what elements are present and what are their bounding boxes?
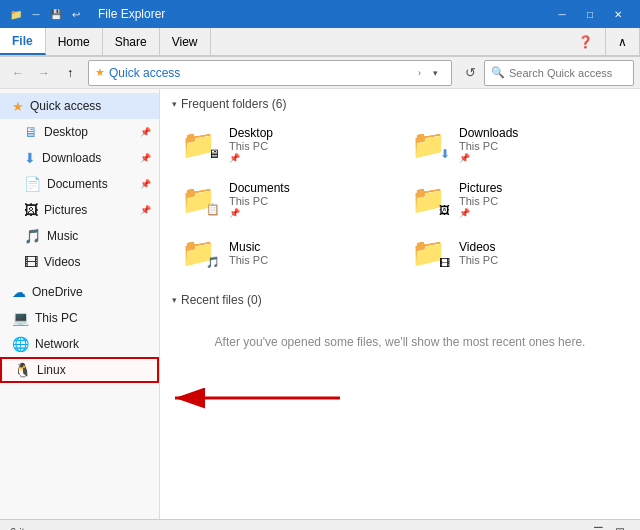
recent-chevron-icon: ▾ (172, 295, 177, 305)
sidebar-item-desktop[interactable]: 🖥 Desktop 📌 (0, 119, 159, 145)
desktop-folder-icon-large: 📁 🖥 (181, 128, 221, 162)
pictures-folder-sub: This PC (459, 195, 502, 207)
folder-downloads[interactable]: 📁 ⬇ Downloads This PC 📌 (402, 119, 628, 170)
sidebar-item-network[interactable]: 🌐 Network (0, 331, 159, 357)
sidebar-label-desktop: Desktop (44, 125, 138, 139)
items-count: 6 items (10, 526, 45, 531)
address-path: Quick access (109, 66, 414, 80)
pictures-folder-name: Pictures (459, 181, 502, 195)
status-bar: 6 items ☰ ⊞ (0, 519, 640, 530)
address-star-icon: ★ (95, 66, 105, 79)
recent-files-section: ▾ Recent files (0) After you've opened s… (172, 293, 628, 369)
pin-icon: ─ (28, 6, 44, 22)
sidebar-label-network: Network (35, 337, 151, 351)
sidebar-label-videos: Videos (44, 255, 151, 269)
ribbon-expand[interactable]: ∧ (606, 28, 640, 55)
sidebar-item-pictures[interactable]: 🖼 Pictures 📌 (0, 197, 159, 223)
maximize-button[interactable]: □ (576, 0, 604, 28)
documents-folder-info: Documents This PC 📌 (229, 181, 290, 218)
documents-folder-icon: 📄 (24, 176, 41, 192)
sidebar-item-documents[interactable]: 📄 Documents 📌 (0, 171, 159, 197)
recent-files-header: ▾ Recent files (0) (172, 293, 628, 307)
folder-desktop[interactable]: 📁 🖥 Desktop This PC 📌 (172, 119, 398, 170)
desktop-folder-sub: This PC (229, 140, 273, 152)
folder-documents[interactable]: 📁 📋 Documents This PC 📌 (172, 174, 398, 225)
linux-icon: 🐧 (14, 362, 31, 378)
folder-pictures[interactable]: 📁 🖼 Pictures This PC 📌 (402, 174, 628, 225)
forward-button[interactable]: → (32, 61, 56, 85)
search-input[interactable] (509, 67, 619, 79)
address-chevron-icon: › (418, 68, 421, 78)
music-folder-icon-large: 📁 🎵 (181, 236, 221, 270)
search-icon: 🔍 (491, 66, 505, 79)
documents-pin-icon: 📌 (140, 179, 151, 189)
recent-files-title: Recent files (0) (181, 293, 262, 307)
videos-folder-info: Videos This PC (459, 240, 498, 266)
tab-file[interactable]: File (0, 28, 46, 55)
back-button[interactable]: ← (6, 61, 30, 85)
sidebar-item-music[interactable]: 🎵 Music (0, 223, 159, 249)
sidebar-label-music: Music (47, 229, 151, 243)
network-icon: 🌐 (12, 336, 29, 352)
videos-folder-sub: This PC (459, 254, 498, 266)
documents-folder-sub: This PC (229, 195, 290, 207)
folder-videos[interactable]: 📁 🎞 Videos This PC (402, 229, 628, 277)
file-explorer-window: 📁 ─ 💾 ↩ File Explorer ─ □ ✕ File Home Sh… (0, 0, 640, 530)
sidebar-label-onedrive: OneDrive (32, 285, 151, 299)
downloads-folder-icon-large: 📁 ⬇ (411, 128, 451, 162)
folder-music[interactable]: 📁 🎵 Music This PC (172, 229, 398, 277)
sidebar-label-this-pc: This PC (35, 311, 151, 325)
save-icon: 💾 (48, 6, 64, 22)
downloads-folder-icon: ⬇ (24, 150, 36, 166)
downloads-pin-icon: 📌 (140, 153, 151, 163)
quick-access-icon: ★ (12, 99, 24, 114)
window-title: File Explorer (98, 7, 548, 21)
pictures-folder-info: Pictures This PC 📌 (459, 181, 502, 218)
close-button[interactable]: ✕ (604, 0, 632, 28)
music-overlay-icon: 🎵 (206, 256, 220, 269)
title-bar: 📁 ─ 💾 ↩ File Explorer ─ □ ✕ (0, 0, 640, 28)
main-area: ★ Quick access 🖥 Desktop 📌 ⬇ Downloads 📌… (0, 89, 640, 519)
videos-overlay-icon: 🎞 (439, 257, 450, 269)
tab-home[interactable]: Home (46, 28, 103, 55)
desktop-folder-pin: 📌 (229, 153, 273, 163)
address-dropdown-button[interactable]: ▾ (425, 61, 445, 85)
search-box: 🔍 (484, 60, 634, 86)
pictures-folder-icon-large: 📁 🖼 (411, 183, 451, 217)
refresh-button[interactable]: ↺ (458, 60, 482, 86)
toolbar: ← → ↑ ★ Quick access › ▾ ↺ 🔍 (0, 57, 640, 89)
sidebar-label-linux: Linux (37, 363, 149, 377)
tiles-view-button[interactable]: ⊞ (610, 522, 630, 531)
frequent-folders-header: ▾ Frequent folders (6) (172, 97, 628, 111)
sidebar-label-downloads: Downloads (42, 151, 138, 165)
ribbon-help[interactable]: ❓ (566, 28, 606, 55)
downloads-folder-info: Downloads This PC 📌 (459, 126, 518, 163)
address-bar[interactable]: ★ Quick access › ▾ (88, 60, 452, 86)
videos-folder-name: Videos (459, 240, 498, 254)
up-button[interactable]: ↑ (58, 61, 82, 85)
downloads-folder-name: Downloads (459, 126, 518, 140)
downloads-overlay-icon: ⬇ (440, 147, 450, 161)
desktop-overlay-icon: 🖥 (208, 147, 220, 161)
recent-files-empty-message: After you've opened some files, we'll sh… (172, 315, 628, 369)
sidebar-item-onedrive[interactable]: ☁ OneDrive (0, 279, 159, 305)
sidebar-item-linux[interactable]: 🐧 Linux (0, 357, 159, 383)
sidebar: ★ Quick access 🖥 Desktop 📌 ⬇ Downloads 📌… (0, 89, 160, 519)
documents-overlay-icon: 📋 (206, 203, 220, 216)
tab-view[interactable]: View (160, 28, 211, 55)
sidebar-item-videos[interactable]: 🎞 Videos (0, 249, 159, 275)
sidebar-item-this-pc[interactable]: 💻 This PC (0, 305, 159, 331)
folders-grid: 📁 🖥 Desktop This PC 📌 📁 (172, 119, 628, 277)
ribbon: File Home Share View ❓ ∧ (0, 28, 640, 57)
tab-share[interactable]: Share (103, 28, 160, 55)
documents-folder-name: Documents (229, 181, 290, 195)
address-quick-access[interactable]: Quick access (109, 66, 180, 80)
sidebar-item-downloads[interactable]: ⬇ Downloads 📌 (0, 145, 159, 171)
music-folder-info: Music This PC (229, 240, 268, 266)
videos-folder-icon-large: 📁 🎞 (411, 236, 451, 270)
downloads-folder-pin: 📌 (459, 153, 518, 163)
sidebar-item-quick-access[interactable]: ★ Quick access (0, 93, 159, 119)
documents-folder-icon-large: 📁 📋 (181, 183, 221, 217)
minimize-button[interactable]: ─ (548, 0, 576, 28)
list-view-button[interactable]: ☰ (588, 522, 608, 531)
